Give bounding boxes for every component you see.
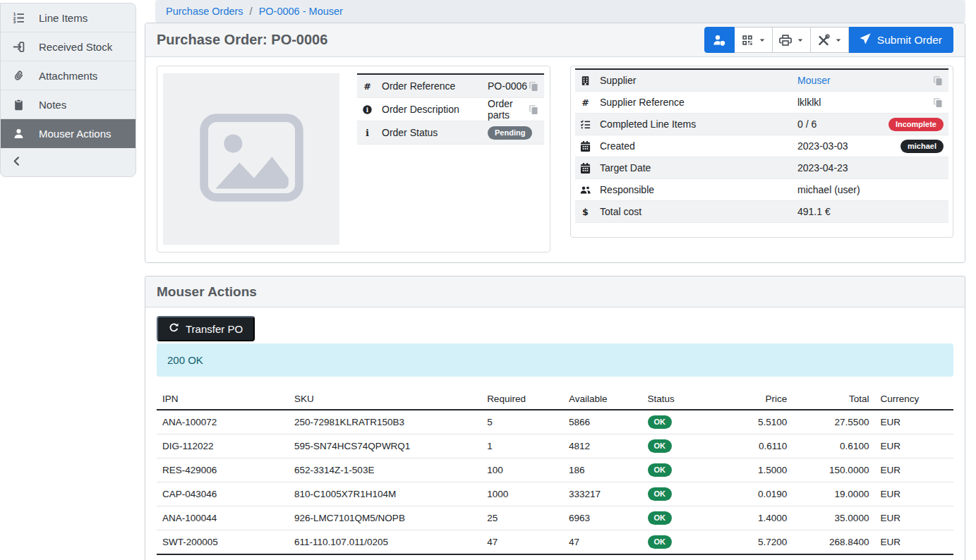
detail-label: Completed Line Items [600,118,797,130]
footer-currency-spacer [874,554,953,560]
detail-row: i Order Description Order parts [357,98,544,121]
hash-icon: # [580,97,600,108]
sidebar-item-label: Attachments [39,70,97,82]
svg-text:#: # [582,97,589,108]
caret-down-icon [835,37,842,44]
page-title: Purchase Order: PO-0006 [157,32,327,48]
info-icon: i [362,128,382,138]
sidebar-item-received-stock[interactable]: Received Stock [1,32,135,61]
printer-icon [779,34,792,47]
sidebar-item-attachments[interactable]: Attachments [1,61,135,90]
cell-available: 186 [563,458,642,482]
cell-available: 6963 [563,506,642,530]
building-icon [580,75,600,86]
cell-status: OK [642,506,719,530]
ok-status-badge: OK [648,463,673,477]
cell-currency: EUR [874,410,953,434]
cell-ipn: ANA-100044 [157,506,289,530]
sidebar: 123 Line Items Received Stock Attachment… [0,3,136,177]
cell-ipn: SWT-200005 [157,530,289,555]
transfer-po-button[interactable]: Transfer PO [157,316,255,341]
cell-currency: EUR [874,482,953,506]
detail-label: Responsible [600,184,797,195]
detail-label: Total cost [600,206,797,217]
cell-available: 4812 [563,434,642,458]
cell-sku: 611-110.107.011/0205 [289,530,481,555]
qrcode-icon [741,34,754,47]
cell-price: 0.6110 [719,434,793,458]
detail-value: lklklkl [797,97,933,108]
cell-required: 5 [481,410,563,434]
sidebar-item-notes[interactable]: Notes [1,90,135,119]
barcode-actions-button[interactable] [735,27,773,53]
admin-button[interactable] [704,27,735,53]
cell-ipn: RES-429006 [157,458,289,482]
copy-icon[interactable] [933,97,944,108]
supplier-details-card: Supplier Mouser # Supplier Reference lkl… [570,66,953,238]
table-row: SWT-200005 611-110.107.011/0205 47 47 OK… [157,530,953,555]
svg-text:#: # [363,81,371,92]
cell-ipn: ANA-100072 [157,410,289,434]
cell-currency: EUR [874,434,953,458]
copy-icon[interactable] [933,75,944,86]
calendar-icon [580,141,600,152]
sidebar-item-label: Notes [39,99,66,111]
submit-order-label: Submit Order [877,34,942,47]
breadcrumb-link-1[interactable]: PO-0006 - Mouser [259,6,343,17]
sidebar-item-mouser-actions[interactable]: Mouser Actions [1,119,135,148]
ok-status-badge: OK [648,487,673,501]
purchase-order-panel: Purchase Order: PO-0006 Submit Order # O… [145,23,965,263]
cell-total: 0.6100 [793,434,874,458]
detail-row: $ Total cost 491.1 € [575,201,948,223]
cell-available: 333217 [563,482,642,506]
submit-order-button[interactable]: Submit Order [849,27,953,53]
detail-label: Supplier [600,75,797,86]
cell-status: OK [642,458,719,482]
paperclip-icon [11,70,25,82]
cell-status: OK [642,530,719,555]
detail-row: Target Date 2023-04-23 [575,157,948,179]
order-image-card: # Order Reference PO-0006 i Order Descri… [157,66,550,252]
column-header-required: Required [481,389,563,410]
cell-price: 1.4000 [719,506,793,530]
cell-required: 25 [481,506,563,530]
sign-in-icon [11,41,25,53]
parts-table-footer: Total 501.0000 [157,554,953,560]
parts-table-head: IPNSKURequiredAvailableStatusPriceTotalC… [157,389,953,410]
cell-total: 27.5500 [793,410,874,434]
column-header-price: Price [719,389,793,410]
cell-currency: EUR [874,530,953,555]
person-shield-icon [713,34,725,47]
cell-status: OK [642,482,719,506]
detail-value: Order parts [488,98,529,121]
mouser-actions-panel: Mouser Actions Transfer PO 200 OK IPNSKU… [145,276,965,560]
paper-plane-icon [860,33,871,47]
cell-price: 0.0190 [719,482,793,506]
breadcrumb-link-0[interactable]: Purchase Orders [166,6,243,17]
order-image-placeholder [163,73,339,245]
sidebar-item-line-items[interactable]: 123 Line Items [1,4,135,32]
detail-row: Completed Line Items 0 / 6Incomplete [575,114,948,135]
hash-icon: # [362,81,382,92]
detail-value: 491.1 € [797,206,944,217]
calendar-icon [580,163,600,174]
detail-value: 2023-03-03 [797,140,900,152]
copy-icon[interactable] [529,104,539,115]
purchase-order-panel-header: Purchase Order: PO-0006 Submit Order [145,23,965,57]
supplier-link[interactable]: Mouser [797,75,831,86]
parts-table: IPNSKURequiredAvailableStatusPriceTotalC… [157,389,953,560]
copy-icon[interactable] [529,81,539,92]
detail-value: 0 / 6 [797,118,888,130]
detail-row: i Order Status Pending [357,121,544,145]
column-header-status: Status [642,389,719,410]
info-circle-icon: i [362,104,382,115]
sidebar-item-label: Line Items [39,12,88,24]
status-badge: Incomplete [888,118,944,131]
cell-required: 1 [481,434,563,458]
detail-row: # Order Reference PO-0006 [357,75,544,98]
detail-row: # Supplier Reference lklklkl [575,92,948,114]
order-actions-button[interactable] [811,27,849,53]
rotate-icon [169,322,179,335]
sidebar-collapse-button[interactable] [1,148,135,176]
print-actions-button[interactable] [773,27,811,53]
